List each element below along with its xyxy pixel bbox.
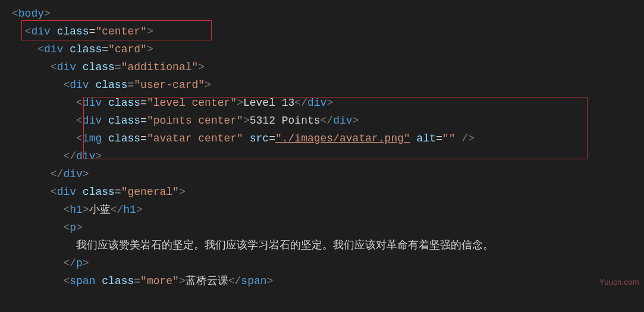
code-line[interactable]: <img class="avatar center" src="./images… [0, 130, 644, 147]
code-line[interactable]: 我们应该赞美岩石的坚定。我们应该学习岩石的坚定。我们应该对革命有着坚强的信念。 [0, 237, 644, 254]
code-line[interactable]: <body> [0, 5, 644, 23]
code-line[interactable]: <div class="points center">5312 Points</… [0, 112, 644, 130]
code-line[interactable]: <div class="additional"> [0, 58, 644, 76]
code-line[interactable]: </div> [0, 165, 644, 183]
watermark: Yuucn.com [599, 273, 639, 291]
code-line[interactable]: <span class="more">蓝桥云课</span> [0, 272, 644, 290]
code-line[interactable]: <div class="general"> [0, 183, 644, 201]
code-line[interactable]: <div class="center"> [0, 23, 644, 40]
code-line[interactable]: </div> [0, 147, 644, 165]
code-line[interactable]: <div class="card"> [0, 40, 644, 58]
code-line[interactable]: <div class="level center">Level 13</div> [0, 94, 644, 112]
code-line[interactable]: <h1>小蓝</h1> [0, 201, 644, 219]
code-line[interactable]: <p> [0, 219, 644, 237]
code-line[interactable]: </p> [0, 254, 644, 272]
code-line[interactable]: <div class="user-card"> [0, 76, 644, 94]
